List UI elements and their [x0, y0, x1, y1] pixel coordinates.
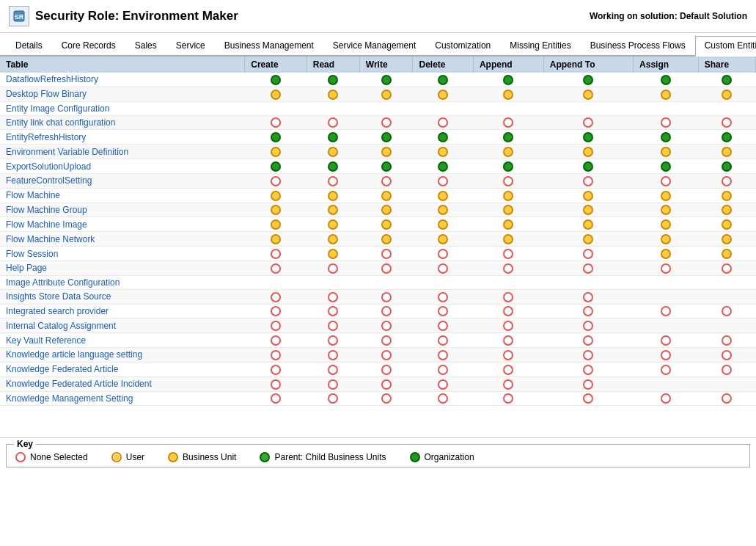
perm-read[interactable] [307, 261, 359, 275]
tab-service-management[interactable]: Service Management [323, 36, 425, 55]
perm-appendTo[interactable] [543, 247, 633, 261]
tab-missing-entities[interactable]: Missing Entities [500, 36, 580, 55]
perm-share[interactable] [698, 159, 755, 174]
perm-append[interactable] [473, 247, 543, 261]
perm-read[interactable] [307, 73, 359, 87]
perm-appendTo[interactable] [543, 217, 633, 232]
perm-delete[interactable] [413, 304, 473, 318]
perm-delete[interactable] [413, 391, 473, 406]
perm-share[interactable] [698, 247, 755, 261]
perm-delete[interactable] [413, 362, 473, 376]
perm-append[interactable] [473, 289, 543, 304]
perm-delete[interactable] [413, 333, 473, 348]
perm-read[interactable] [307, 348, 359, 363]
perm-write[interactable] [359, 275, 413, 289]
perm-read[interactable] [307, 173, 359, 188]
perm-create[interactable] [245, 188, 307, 203]
perm-write[interactable] [359, 217, 413, 232]
perm-append[interactable] [473, 73, 543, 87]
perm-appendTo[interactable] [543, 348, 633, 363]
perm-share[interactable] [698, 173, 755, 188]
perm-appendTo[interactable] [543, 188, 633, 203]
perm-create[interactable] [245, 391, 307, 406]
perm-assign[interactable] [634, 348, 699, 363]
perm-write[interactable] [359, 289, 413, 304]
perm-create[interactable] [245, 348, 307, 363]
perm-appendTo[interactable] [543, 173, 633, 188]
perm-share[interactable] [698, 203, 755, 217]
perm-assign[interactable] [634, 376, 699, 391]
perm-read[interactable] [307, 159, 359, 174]
perm-write[interactable] [359, 188, 413, 203]
perm-assign[interactable] [634, 73, 699, 87]
perm-append[interactable] [473, 261, 543, 275]
perm-delete[interactable] [413, 275, 473, 289]
perm-delete[interactable] [413, 87, 473, 101]
perm-share[interactable] [698, 391, 755, 406]
perm-write[interactable] [359, 87, 413, 101]
perm-write[interactable] [359, 318, 413, 333]
perm-share[interactable] [698, 73, 755, 87]
perm-delete[interactable] [413, 247, 473, 261]
perm-appendTo[interactable] [543, 232, 633, 247]
perm-share[interactable] [698, 275, 755, 289]
perm-read[interactable] [307, 275, 359, 289]
perm-create[interactable] [245, 289, 307, 304]
perm-delete[interactable] [413, 159, 473, 174]
perm-read[interactable] [307, 188, 359, 203]
perm-create[interactable] [245, 73, 307, 87]
perm-read[interactable] [307, 115, 359, 130]
perm-assign[interactable] [634, 261, 699, 275]
perm-create[interactable] [245, 275, 307, 289]
perm-read[interactable] [307, 232, 359, 247]
perm-append[interactable] [473, 130, 543, 145]
permissions-table-container[interactable]: TableCreateReadWriteDeleteAppendAppend T… [0, 57, 756, 438]
perm-assign[interactable] [634, 188, 699, 203]
perm-share[interactable] [698, 333, 755, 348]
perm-append[interactable] [473, 362, 543, 376]
perm-appendTo[interactable] [543, 318, 633, 333]
perm-read[interactable] [307, 203, 359, 217]
perm-assign[interactable] [634, 101, 699, 115]
perm-create[interactable] [245, 145, 307, 159]
perm-delete[interactable] [413, 217, 473, 232]
perm-share[interactable] [698, 87, 755, 101]
perm-write[interactable] [359, 115, 413, 130]
perm-assign[interactable] [634, 333, 699, 348]
perm-assign[interactable] [634, 247, 699, 261]
tab-service[interactable]: Service [166, 36, 215, 55]
perm-read[interactable] [307, 87, 359, 101]
perm-create[interactable] [245, 232, 307, 247]
perm-appendTo[interactable] [543, 203, 633, 217]
perm-appendTo[interactable] [543, 304, 633, 318]
perm-share[interactable] [698, 101, 755, 115]
perm-write[interactable] [359, 232, 413, 247]
perm-create[interactable] [245, 376, 307, 391]
perm-assign[interactable] [634, 289, 699, 304]
perm-assign[interactable] [634, 203, 699, 217]
perm-appendTo[interactable] [543, 130, 633, 145]
perm-share[interactable] [698, 362, 755, 376]
perm-append[interactable] [473, 333, 543, 348]
perm-write[interactable] [359, 203, 413, 217]
perm-appendTo[interactable] [543, 289, 633, 304]
perm-create[interactable] [245, 173, 307, 188]
perm-share[interactable] [698, 130, 755, 145]
perm-share[interactable] [698, 318, 755, 333]
perm-write[interactable] [359, 73, 413, 87]
perm-share[interactable] [698, 232, 755, 247]
perm-share[interactable] [698, 145, 755, 159]
perm-write[interactable] [359, 261, 413, 275]
perm-read[interactable] [307, 391, 359, 406]
perm-write[interactable] [359, 247, 413, 261]
perm-read[interactable] [307, 304, 359, 318]
perm-delete[interactable] [413, 348, 473, 363]
perm-delete[interactable] [413, 115, 473, 130]
perm-write[interactable] [359, 101, 413, 115]
perm-append[interactable] [473, 376, 543, 391]
perm-create[interactable] [245, 362, 307, 376]
perm-write[interactable] [359, 173, 413, 188]
tab-custom-entities[interactable]: Custom Entities [695, 36, 756, 57]
perm-read[interactable] [307, 145, 359, 159]
perm-share[interactable] [698, 376, 755, 391]
